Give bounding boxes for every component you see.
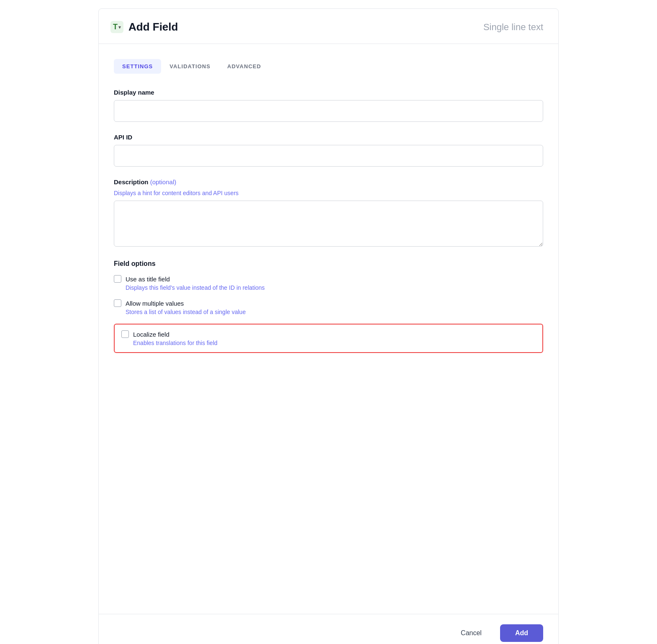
header: T ▾ Add Field Single line text <box>99 9 558 44</box>
allow-multiple-checkbox[interactable] <box>114 299 121 307</box>
description-textarea[interactable] <box>114 201 543 247</box>
checkbox-group: Use as title field Displays this field's… <box>114 275 543 353</box>
localize-field-desc: Enables translations for this field <box>133 340 536 346</box>
modal-container: T ▾ Add Field Single line text SETTINGS … <box>98 8 559 644</box>
localize-row: Localize field <box>121 330 536 338</box>
field-options-title: Field options <box>114 260 543 268</box>
localize-highlight-box: Localize field Enables translations for … <box>114 324 543 353</box>
api-id-input[interactable] <box>114 145 543 167</box>
description-hint: Displays a hint for content editors and … <box>114 190 543 196</box>
tab-settings[interactable]: SETTINGS <box>114 59 161 74</box>
field-type-badge[interactable]: T ▾ <box>110 21 123 33</box>
field-options-section: Field options Use as title field Display… <box>114 260 543 353</box>
use-as-title-label: Use as title field <box>126 276 170 283</box>
footer: Cancel Add <box>99 614 558 644</box>
field-type-letter: T <box>113 23 118 31</box>
use-as-title-option: Use as title field Displays this field's… <box>114 275 543 291</box>
description-section: Description (optional) Displays a hint f… <box>114 178 543 248</box>
use-as-title-desc: Displays this field's value instead of t… <box>126 284 543 291</box>
display-name-input[interactable] <box>114 100 543 122</box>
tab-validations[interactable]: VALIDATIONS <box>161 59 219 74</box>
localize-field-option: Localize field Enables translations for … <box>114 324 543 353</box>
use-as-title-row: Use as title field <box>114 275 543 283</box>
tab-bar: SETTINGS VALIDATIONS ADVANCED <box>114 59 543 74</box>
api-id-label: API ID <box>114 134 543 141</box>
field-type-label: Single line text <box>483 22 543 33</box>
allow-multiple-label: Allow multiple values <box>126 300 184 307</box>
description-optional-label: (optional) <box>150 178 177 185</box>
use-as-title-checkbox[interactable] <box>114 275 121 283</box>
localize-field-checkbox[interactable] <box>121 330 129 338</box>
page-title: Add Field <box>128 21 178 33</box>
tab-advanced[interactable]: ADVANCED <box>219 59 269 74</box>
header-left: T ▾ Add Field <box>110 21 178 33</box>
cancel-button[interactable]: Cancel <box>449 624 493 642</box>
allow-multiple-desc: Stores a list of values instead of a sin… <box>126 309 543 315</box>
display-name-label: Display name <box>114 89 543 96</box>
description-label: Description (optional) <box>114 178 543 185</box>
display-name-section: Display name <box>114 89 543 122</box>
allow-multiple-option: Allow multiple values Stores a list of v… <box>114 299 543 315</box>
api-id-section: API ID <box>114 134 543 167</box>
localize-field-label: Localize field <box>133 331 169 338</box>
content-area: SETTINGS VALIDATIONS ADVANCED Display na… <box>99 44 558 644</box>
chevron-down-icon[interactable]: ▾ <box>118 24 121 30</box>
add-button[interactable]: Add <box>500 624 543 642</box>
allow-multiple-row: Allow multiple values <box>114 299 543 307</box>
